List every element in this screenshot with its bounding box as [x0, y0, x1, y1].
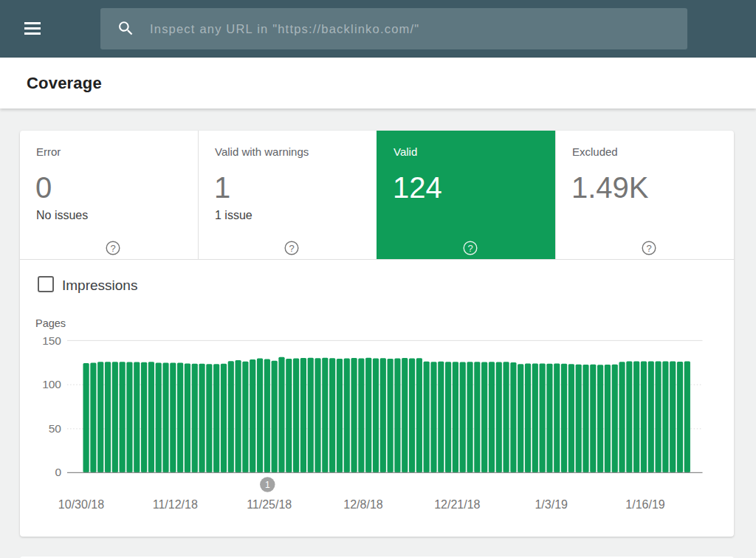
svg-text:100: 100 — [42, 378, 61, 390]
svg-text:0: 0 — [55, 466, 61, 478]
svg-text:1/16/19: 1/16/19 — [625, 498, 664, 511]
svg-text:11/12/18: 11/12/18 — [153, 498, 198, 511]
svg-text:11/25/18: 11/25/18 — [247, 498, 292, 511]
svg-text:10/30/18: 10/30/18 — [58, 498, 104, 511]
svg-text:?: ? — [110, 243, 115, 254]
svg-text:?: ? — [467, 243, 472, 254]
svg-text:12/8/18: 12/8/18 — [343, 498, 382, 511]
svg-text:?: ? — [646, 243, 651, 254]
svg-text:150: 150 — [42, 334, 61, 347]
svg-text:1/3/19: 1/3/19 — [535, 498, 568, 511]
svg-text:50: 50 — [49, 422, 62, 435]
svg-text:1: 1 — [265, 480, 270, 490]
svg-text:?: ? — [289, 243, 294, 254]
svg-text:12/21/18: 12/21/18 — [434, 498, 480, 511]
